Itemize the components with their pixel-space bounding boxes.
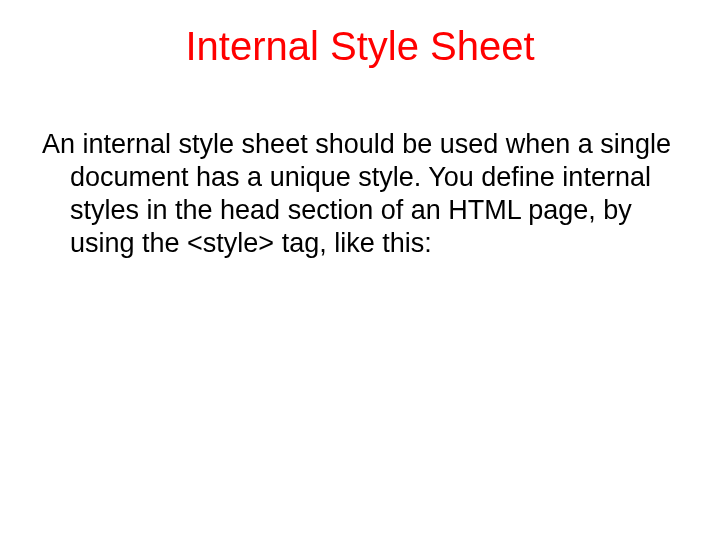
slide-paragraph: An internal style sheet should be used w… (42, 128, 678, 260)
slide: Internal Style Sheet An internal style s… (0, 0, 720, 540)
slide-body: An internal style sheet should be used w… (42, 128, 678, 260)
slide-title: Internal Style Sheet (0, 24, 720, 69)
